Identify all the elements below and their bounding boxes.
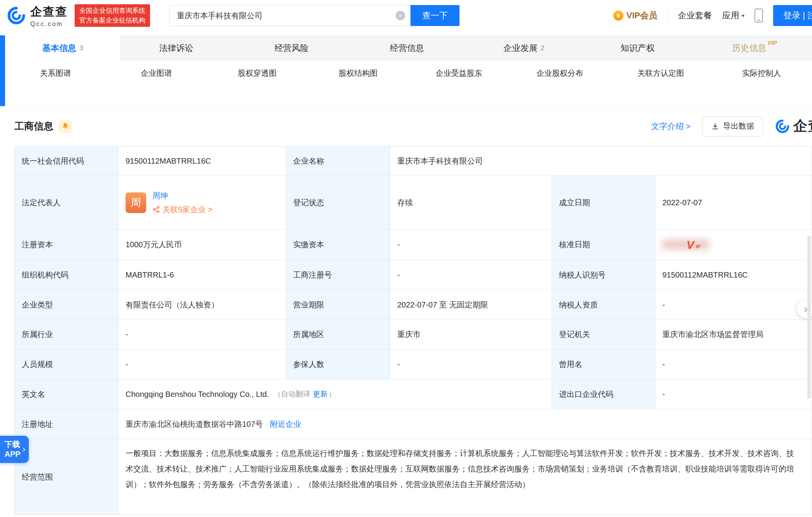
logo-text: 企查查 Qcc.com bbox=[30, 4, 68, 28]
table-row: 注册资本 1000万元人民币 实缴资本 - 核准日期 V IP bbox=[15, 230, 812, 260]
registered-capital-value: 1000万元人民币 bbox=[119, 230, 286, 260]
qcc-watermark: 企查查 bbox=[775, 117, 812, 136]
import-export-code-label: 进出口企业代码 bbox=[552, 379, 655, 409]
qcc-logo-icon bbox=[6, 5, 26, 26]
vertical-scrollbar[interactable] bbox=[807, 236, 811, 399]
logo-domain: Qcc.com bbox=[30, 21, 68, 28]
auto-translate-note: （自动翻译更新） bbox=[274, 389, 336, 399]
subnav-equity-penetration-graph[interactable]: 股权穿透图 bbox=[207, 61, 308, 86]
registration-authority-value: 重庆市渝北区市场监督管理局 bbox=[655, 320, 812, 349]
qcc-logo[interactable]: 企查查 Qcc.com bbox=[6, 4, 68, 28]
registration-status-value: 存续 bbox=[390, 176, 552, 230]
former-name-value: - bbox=[655, 349, 812, 379]
tab-company-development[interactable]: 企业发展2 bbox=[466, 35, 582, 61]
vip-member-label: VIP会员 bbox=[627, 10, 657, 21]
tab-history-info[interactable]: 历史信息VIP bbox=[697, 35, 812, 61]
enterprise-package-link[interactable]: 企业套餐 bbox=[678, 10, 712, 21]
vip-mask-icon-small: IP bbox=[696, 244, 700, 250]
legal-rep-avatar: 周 bbox=[126, 192, 146, 213]
header: 企查查 Qcc.com 全国企业信用查询系统 官方备案企业征信机构 × 查一下 … bbox=[0, 0, 812, 31]
tab-intellectual-property[interactable]: 知识产权 bbox=[582, 35, 697, 61]
tab-operating-info[interactable]: 经营信息 bbox=[351, 35, 466, 61]
subnav-equity-structure-graph[interactable]: 股权结构图 bbox=[308, 61, 409, 86]
tab-basic-info[interactable]: 基本信息3 bbox=[5, 35, 120, 61]
registered-address-label: 注册地址 bbox=[15, 409, 119, 439]
related-companies-link[interactable]: 关联5家企业 > bbox=[152, 204, 212, 215]
paid-in-capital-value: - bbox=[390, 230, 552, 260]
industry-value: - bbox=[119, 320, 286, 349]
business-scope-label: 经营范围 bbox=[15, 439, 119, 515]
clear-search-icon[interactable]: × bbox=[396, 11, 405, 20]
registration-status-label: 登记状态 bbox=[286, 176, 390, 230]
mobile-app-icon[interactable] bbox=[754, 9, 763, 23]
export-data-button[interactable]: 导出数据 bbox=[702, 116, 763, 136]
search-bar: × 查一下 bbox=[169, 5, 459, 26]
unified-credit-code-label: 统一社会信用代码 bbox=[15, 147, 119, 176]
tab-count-badge: 3 bbox=[79, 44, 83, 52]
monitor-bell-icon[interactable] bbox=[59, 120, 72, 133]
subnav-related-party-graph[interactable]: 关联方认定图 bbox=[610, 61, 711, 86]
caret-down-icon: ▾ bbox=[742, 12, 744, 19]
vip-member-link[interactable]: ∨ VIP会员 bbox=[613, 10, 657, 21]
industry-label: 所属行业 bbox=[15, 320, 119, 349]
login-register-button[interactable]: 登录 | 注册 bbox=[773, 5, 812, 26]
legal-representative-label: 法定代表人 bbox=[15, 176, 119, 230]
download-icon bbox=[711, 122, 719, 130]
left-accent-stripe bbox=[0, 35, 5, 106]
table-row: 经营范围 一般项目：大数据服务；信息系统集成服务；信息系统运行维护服务；数据处理… bbox=[15, 439, 812, 515]
approval-date-label: 核准日期 bbox=[552, 230, 655, 260]
download-app-widget[interactable]: 下载 APP › bbox=[0, 436, 29, 463]
legal-representative-value: 周 周坤 关联5家企业 > bbox=[119, 176, 286, 230]
apps-menu[interactable]: 应用 ▾ bbox=[722, 10, 744, 21]
relation-icon bbox=[152, 206, 160, 213]
taxpayer-id-value: 91500112MABTRRL16C bbox=[655, 260, 812, 290]
establishment-date-label: 成立日期 bbox=[552, 176, 655, 230]
company-name-label: 企业名称 bbox=[286, 147, 390, 176]
approval-date-cell: V IP bbox=[655, 230, 812, 260]
app-widget-line1: 下载 bbox=[5, 440, 21, 449]
region-label: 所属地区 bbox=[286, 320, 390, 349]
approval-date-vip-masked[interactable]: V IP bbox=[662, 238, 725, 252]
region-value: 重庆市 bbox=[390, 320, 552, 349]
subnav-relationship-graph[interactable]: 关系图谱 bbox=[5, 61, 106, 86]
subnav-actual-controller[interactable]: 实际控制人 bbox=[711, 61, 812, 86]
organization-code-value: MABTRRL1-6 bbox=[119, 260, 286, 290]
legal-rep-link[interactable]: 周坤 bbox=[152, 190, 212, 201]
qcc-watermark-icon bbox=[775, 119, 790, 134]
graph-subnav: 关系图谱 企业图谱 股权穿透图 股权结构图 企业受益股东 企业股权分布 关联方认… bbox=[0, 61, 812, 86]
organization-code-label: 组织机构代码 bbox=[15, 260, 119, 290]
header-right: ∨ VIP会员 企业套餐 应用 ▾ 登录 | 注册 bbox=[613, 5, 812, 26]
vip-superscript: VIP bbox=[768, 39, 777, 46]
tab-operating-risk[interactable]: 经营风险 bbox=[236, 35, 351, 61]
subnav-equity-distribution[interactable]: 企业股权分布 bbox=[510, 61, 611, 86]
table-row: 法定代表人 周 周坤 关联5家企业 > 登记状态 bbox=[15, 176, 812, 230]
page: 企查查 Qcc.com 全国企业信用查询系统 官方备案企业征信机构 × 查一下 … bbox=[0, 0, 812, 517]
search-button[interactable]: 查一下 bbox=[410, 5, 459, 26]
update-translation-link[interactable]: 更新 bbox=[313, 390, 328, 398]
vip-mask-icon: V bbox=[686, 238, 694, 252]
taxpayer-id-label: 纳税人识别号 bbox=[552, 260, 655, 290]
sticky-header-divider bbox=[0, 86, 812, 106]
chevron-right-icon: › bbox=[23, 444, 25, 454]
taxpayer-qualification-value: - bbox=[655, 290, 812, 320]
subnav-company-graph[interactable]: 企业图谱 bbox=[106, 61, 207, 86]
insured-count-label: 参保人数 bbox=[286, 349, 390, 379]
nearby-companies-link[interactable]: 附近企业 bbox=[270, 419, 301, 430]
blurred-value bbox=[662, 239, 709, 250]
establishment-date-value: 2022-07-07 bbox=[655, 176, 812, 230]
business-info-header: 工商信息 文字介绍 > 导出数据 企查查 bbox=[0, 106, 812, 146]
tab-legal-litigation[interactable]: 法律诉讼 bbox=[120, 35, 236, 61]
divider bbox=[667, 10, 668, 21]
business-registration-table: 统一社会信用代码 91500112MABTRRL16C 企业名称 重庆市本手科技… bbox=[14, 146, 812, 515]
business-scope-value: 一般项目：大数据服务；信息系统集成服务；信息系统运行维护服务；数据处理和存储支持… bbox=[119, 439, 812, 515]
search-input[interactable] bbox=[169, 5, 410, 26]
paid-in-capital-label: 实缴资本 bbox=[286, 230, 390, 260]
certification-badge: 全国企业信用查询系统 官方备案企业征信机构 bbox=[75, 4, 150, 27]
business-term-value: 2022-07-07 至 无固定期限 bbox=[390, 290, 552, 320]
english-name-value: Chongqing Benshou Technology Co., Ltd. （… bbox=[119, 379, 552, 409]
subnav-beneficial-owners[interactable]: 企业受益股东 bbox=[409, 61, 510, 86]
text-intro-link[interactable]: 文字介绍 > bbox=[651, 121, 691, 132]
unified-credit-code-value: 91500112MABTRRL16C bbox=[119, 147, 286, 176]
logo-title: 企查查 bbox=[30, 4, 68, 20]
english-name-label: 英文名 bbox=[15, 379, 119, 409]
